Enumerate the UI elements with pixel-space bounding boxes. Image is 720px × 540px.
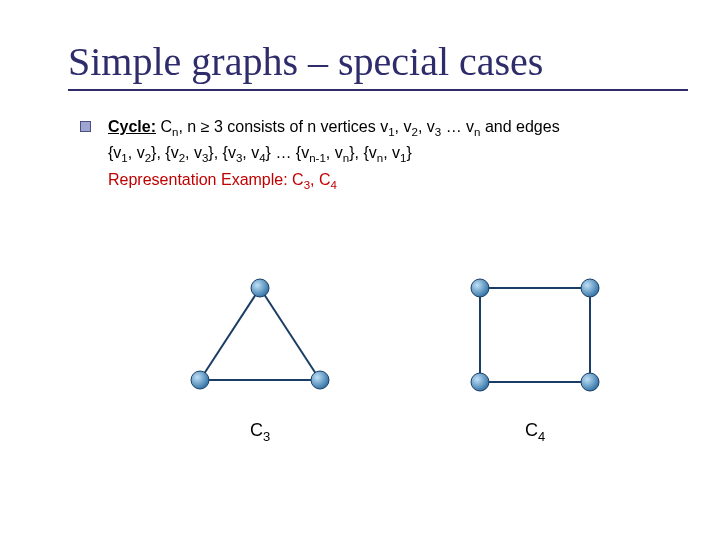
graph-c4	[460, 270, 610, 400]
bullet-icon	[80, 121, 91, 132]
svg-point-3	[251, 279, 269, 297]
edges-line: {v1, v2}, {v2, v3}, {v3, v4} … {vn-1, vn…	[108, 141, 680, 167]
diagrams-area: C3 C4	[0, 270, 720, 470]
svg-point-10	[471, 279, 489, 297]
svg-point-11	[581, 279, 599, 297]
slide-title: Simple graphs – special cases	[68, 38, 680, 85]
caption-c3: C3	[250, 420, 270, 444]
svg-point-12	[581, 373, 599, 391]
svg-point-4	[191, 371, 209, 389]
caption-c4: C4	[525, 420, 545, 444]
definition-line: Cycle: Cn, n ≥ 3 consists of n vertices …	[108, 115, 680, 141]
graph-c3	[180, 270, 340, 400]
title-underline	[68, 89, 688, 91]
svg-point-13	[471, 373, 489, 391]
example-line: Representation Example: C3, C4	[108, 168, 680, 194]
svg-line-0	[200, 288, 260, 380]
cycle-label: Cycle:	[108, 118, 156, 135]
slide: Simple graphs – special cases Cycle: Cn,…	[0, 0, 720, 540]
body-text: Cycle: Cn, n ≥ 3 consists of n vertices …	[68, 115, 680, 194]
svg-point-5	[311, 371, 329, 389]
svg-line-1	[260, 288, 320, 380]
